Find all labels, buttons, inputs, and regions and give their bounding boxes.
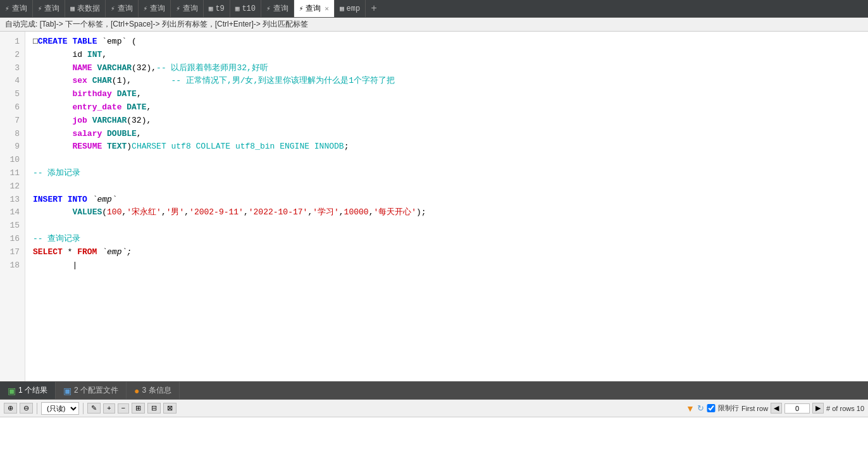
line-num-4: 4 <box>5 75 20 88</box>
tab-5[interactable]: ⚡查询 <box>171 0 204 17</box>
filter-icon: ▼ <box>686 403 695 414</box>
tab-label-10: emp <box>347 4 361 13</box>
bottom-tab-dot-2: ● <box>134 386 139 396</box>
code-line-11: -- 添加记录 <box>33 167 860 180</box>
code-line-4: sex CHAR(1), -- 正常情况下,男/女,到这里你该理解为什么是1个字… <box>33 75 860 88</box>
tab-label-3: 查询 <box>118 3 133 14</box>
toolbar-right: ▼ ↻ 限制行 First row ◀ ▶ # of rows 10 <box>686 403 864 414</box>
bottom-tab-label-1: 2 个配置文件 <box>74 385 118 396</box>
tab-label-2: 表数据 <box>77 3 100 14</box>
tab-icon-7: ▦ <box>235 4 240 13</box>
tab-label-6: t9 <box>215 4 224 13</box>
nav-next[interactable]: ▶ <box>812 403 824 414</box>
row-input[interactable] <box>784 403 810 414</box>
code-line-6: entry_date DATE, <box>33 101 860 114</box>
code-line-16: -- 查询记录 <box>33 233 860 246</box>
code-line-7: job VARCHAR(32), <box>33 114 860 128</box>
code-line-17: SELECT * FROM `emp`; <box>33 246 860 259</box>
bottom-tab-2[interactable]: ●3 条信息 <box>127 382 179 399</box>
tab-bar: ⚡查询⚡查询▦表数据⚡查询⚡查询⚡查询▦t9▦t10⚡查询⚡查询✕▦emp+ <box>0 0 868 18</box>
hint-bar: 自动完成: [Tab]-> 下一个标签，[Ctrl+Space]-> 列出所有标… <box>0 18 868 32</box>
toolbar-btn-5[interactable]: − <box>118 403 130 414</box>
bottom-tab-1[interactable]: ▣2 个配置文件 <box>56 382 127 399</box>
tab-add-button[interactable]: + <box>366 0 382 17</box>
toolbar-btn-3[interactable]: ✎ <box>87 403 101 414</box>
tab-icon-1: ⚡ <box>38 4 42 13</box>
tab-0[interactable]: ⚡查询 <box>0 0 33 17</box>
tab-4[interactable]: ⚡查询 <box>139 0 171 17</box>
editor-wrapper: 123456789101112131415161718 □CREATE TABL… <box>0 32 868 381</box>
toolbar-btn-4[interactable]: + <box>103 403 115 414</box>
result-toolbar: ⊕ ⊖ (只读) ✎ + − ⊞ ⊟ ⊠ ▼ ↻ 限制行 First row ◀… <box>0 400 868 417</box>
tab-label-7: t10 <box>242 4 256 13</box>
bottom-tab-dot-0: ▣ <box>8 386 16 396</box>
first-row-label: First row <box>741 405 768 412</box>
code-line-12 <box>33 180 860 193</box>
mode-select[interactable]: (只读) <box>41 402 79 415</box>
tab-3[interactable]: ⚡查询 <box>106 0 139 17</box>
code-line-10 <box>33 154 860 167</box>
line-num-2: 2 <box>5 49 20 62</box>
line-num-10: 10 <box>5 154 20 167</box>
line-num-13: 13 <box>5 193 20 207</box>
limit-checkbox[interactable] <box>707 404 716 412</box>
line-numbers: 123456789101112131415161718 <box>0 32 25 381</box>
code-line-15 <box>33 219 860 233</box>
tab-1[interactable]: ⚡查询 <box>33 0 66 17</box>
limit-label: 限制行 <box>718 403 739 413</box>
code-line-3: NAME VARCHAR(32),-- 以后跟着韩老师用32,好听 <box>33 62 860 75</box>
tab-close-9[interactable]: ✕ <box>325 4 329 13</box>
line-num-16: 16 <box>5 233 20 246</box>
refresh-icon: ↻ <box>697 403 704 413</box>
tab-icon-5: ⚡ <box>176 4 180 13</box>
bottom-tabs: ▣1 个结果▣2 个配置文件●3 条信息 <box>0 382 868 400</box>
line-num-7: 7 <box>5 114 20 128</box>
result-table-wrap <box>0 417 868 454</box>
toolbar-btn-1[interactable]: ⊕ <box>4 403 17 414</box>
tab-2[interactable]: ▦表数据 <box>65 0 106 17</box>
line-num-9: 9 <box>5 140 20 154</box>
tab-label-5: 查询 <box>183 3 198 14</box>
bottom-tab-label-0: 1 个结果 <box>18 385 47 396</box>
tab-9[interactable]: ⚡查询✕ <box>294 0 335 17</box>
line-num-18: 18 <box>5 259 20 273</box>
toolbar-btn-7[interactable]: ⊟ <box>147 403 161 414</box>
bottom-panel: ▣1 个结果▣2 个配置文件●3 条信息 ⊕ ⊖ (只读) ✎ + − ⊞ ⊟ … <box>0 381 868 454</box>
tab-icon-3: ⚡ <box>111 4 115 13</box>
tab-7[interactable]: ▦t10 <box>230 0 261 17</box>
toolbar-sep-2 <box>83 403 84 414</box>
line-num-11: 11 <box>5 167 20 180</box>
toolbar-btn-2[interactable]: ⊖ <box>20 403 33 414</box>
toolbar-btn-8[interactable]: ⊠ <box>163 403 177 414</box>
tab-10[interactable]: ▦emp <box>335 0 366 17</box>
tab-label-1: 查询 <box>44 3 59 14</box>
bottom-tab-label-2: 3 条信息 <box>142 385 171 396</box>
main-content: ⚡查询⚡查询▦表数据⚡查询⚡查询⚡查询▦t9▦t10⚡查询⚡查询✕▦emp+ 自… <box>0 0 868 454</box>
code-line-14: VALUES(100,'宋永红','男','2002-9-11','2022-1… <box>33 206 860 219</box>
line-num-5: 5 <box>5 88 20 101</box>
line-num-14: 14 <box>5 206 20 219</box>
code-line-5: birthday DATE, <box>33 88 860 101</box>
line-num-8: 8 <box>5 128 20 141</box>
tab-8[interactable]: ⚡查询 <box>261 0 294 17</box>
code-content[interactable]: □CREATE TABLE `emp` ( id INT, NAME VARCH… <box>25 32 868 381</box>
bottom-tab-dot-1: ▣ <box>63 386 71 396</box>
tab-icon-10: ▦ <box>340 4 344 13</box>
tab-6[interactable]: ▦t9 <box>204 0 230 17</box>
tab-label-8: 查询 <box>273 3 288 14</box>
line-num-15: 15 <box>5 219 20 233</box>
line-num-17: 17 <box>5 246 20 259</box>
bottom-tab-0[interactable]: ▣1 个结果 <box>0 382 56 399</box>
code-line-18: | <box>33 259 860 273</box>
toolbar-btn-6[interactable]: ⊞ <box>132 403 145 414</box>
tab-icon-2: ▦ <box>70 4 75 13</box>
tab-icon-8: ⚡ <box>266 4 271 13</box>
tab-label-0: 查询 <box>12 3 27 14</box>
code-line-1: □CREATE TABLE `emp` ( <box>33 35 860 49</box>
tab-label-4: 查询 <box>150 3 165 14</box>
code-line-13: INSERT INTO `emp` <box>33 193 860 207</box>
tab-label-9: 查询 <box>306 3 321 14</box>
line-num-1: 1 <box>5 35 20 49</box>
nav-prev[interactable]: ◀ <box>771 403 782 414</box>
line-num-3: 3 <box>5 62 20 75</box>
